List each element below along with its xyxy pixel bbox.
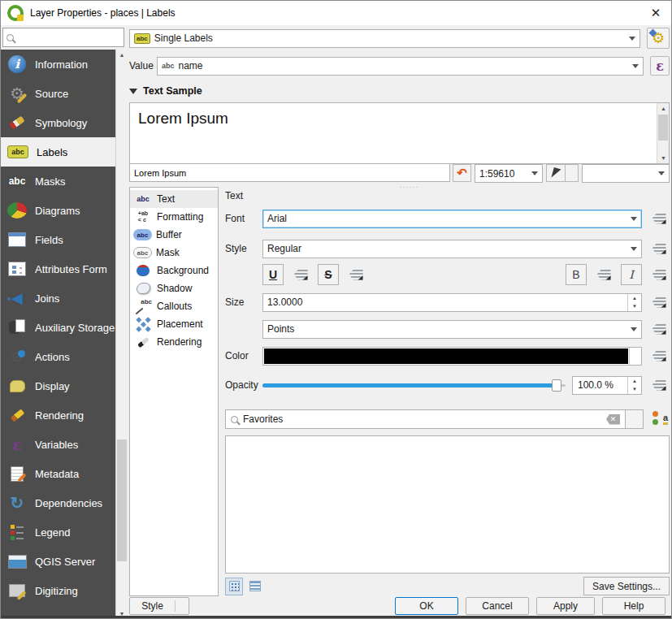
sidebar-item-diagrams[interactable]: Diagrams bbox=[1, 196, 115, 225]
sidebar-item-information[interactable]: Information bbox=[1, 50, 115, 79]
clear-filter-icon[interactable]: ✕ bbox=[606, 414, 620, 425]
ok-button[interactable]: OK bbox=[395, 597, 458, 615]
sidebar-search[interactable] bbox=[2, 28, 124, 47]
underline-data-defined-button[interactable] bbox=[290, 265, 311, 284]
tab-mask[interactable]: Mask bbox=[130, 244, 218, 262]
italic-data-defined-button[interactable] bbox=[648, 265, 670, 284]
title-bar: Layer Properties - places | Labels ✕ bbox=[1, 1, 672, 25]
sidebar-item-qgis-server[interactable]: QGIS Server bbox=[1, 547, 115, 576]
style-menu-button[interactable]: Style bbox=[129, 597, 189, 615]
size-units-combo[interactable]: Points bbox=[262, 320, 642, 339]
tab-background[interactable]: Background bbox=[130, 262, 218, 279]
scroll-up-icon[interactable]: ▲ bbox=[657, 103, 670, 114]
spin-up-icon[interactable]: ▲ bbox=[628, 377, 641, 386]
strikeout-data-defined-button[interactable] bbox=[345, 265, 366, 284]
style-data-defined-button[interactable] bbox=[648, 239, 670, 258]
scroll-down-icon[interactable]: ▼ bbox=[657, 153, 670, 163]
sidebar-item-actions[interactable]: Actions bbox=[1, 342, 115, 371]
sidebar-item-fields[interactable]: Fields bbox=[1, 225, 115, 254]
text-sample-collapser[interactable]: Text Sample bbox=[129, 84, 670, 98]
automated-placement-settings-button[interactable]: ⚙ bbox=[647, 28, 670, 49]
sidebar-item-variables[interactable]: Variables bbox=[1, 430, 115, 459]
icon-view-button[interactable] bbox=[225, 578, 243, 595]
font-data-defined-button[interactable] bbox=[648, 209, 670, 228]
sidebar-item-auxiliary-storage[interactable]: Auxiliary Storage bbox=[1, 313, 115, 342]
tab-formatting[interactable]: Formatting bbox=[130, 208, 218, 226]
sample-scrollbar[interactable]: ▲ ▼ bbox=[657, 103, 669, 163]
bold-data-defined-button[interactable] bbox=[593, 265, 614, 284]
preview-background-combo[interactable] bbox=[582, 164, 670, 183]
spin-down-icon[interactable]: ▼ bbox=[628, 385, 641, 394]
style-combo[interactable]: Regular bbox=[262, 240, 642, 258]
map-settings-dropdown[interactable] bbox=[566, 164, 579, 182]
labeling-mode-combo[interactable]: abc Single Labels bbox=[129, 29, 640, 48]
dialog-footer: Style OK Cancel Apply Help bbox=[1, 596, 672, 615]
label-settings-panel: ······ Text Formatting Buffer Mask Backg… bbox=[129, 187, 670, 596]
save-settings-button[interactable]: Save Settings... bbox=[583, 577, 670, 595]
sidebar-item-display[interactable]: Display bbox=[1, 371, 115, 400]
source-icon bbox=[7, 84, 27, 103]
size-spinbox[interactable]: 13.0000 ▲▼ bbox=[262, 293, 642, 312]
splitter-handle[interactable]: ······ bbox=[400, 183, 419, 191]
style-filter-dropdown[interactable] bbox=[626, 409, 644, 429]
sidebar-scrollbar[interactable]: ▲ ▼ bbox=[115, 50, 127, 619]
opacity-data-defined-button[interactable] bbox=[648, 375, 670, 395]
map-settings-button[interactable] bbox=[546, 164, 566, 182]
sample-text-input[interactable] bbox=[129, 164, 450, 182]
sidebar-item-legend[interactable]: Legend bbox=[1, 517, 115, 547]
preview-scale-combo[interactable]: 1:59610 bbox=[475, 164, 543, 183]
color-button[interactable] bbox=[262, 347, 642, 366]
sidebar-search-input[interactable] bbox=[18, 32, 120, 43]
size-data-defined-button[interactable] bbox=[648, 292, 670, 312]
opacity-spin-buttons[interactable]: ▲▼ bbox=[627, 377, 641, 394]
bold-button[interactable]: B bbox=[566, 264, 587, 285]
qgis-server-icon bbox=[7, 552, 27, 571]
list-view-button[interactable] bbox=[246, 578, 264, 595]
tab-shadow[interactable]: Shadow bbox=[130, 279, 218, 297]
spin-down-icon[interactable]: ▼ bbox=[628, 302, 641, 311]
units-data-defined-button[interactable] bbox=[648, 319, 670, 339]
value-expression-combo[interactable]: abc name bbox=[157, 57, 644, 76]
scrollbar-thumb[interactable] bbox=[117, 439, 127, 561]
tab-placement[interactable]: Placement bbox=[130, 315, 218, 333]
style-manager-icon[interactable] bbox=[650, 410, 670, 428]
sidebar-item-symbology[interactable]: Symbology bbox=[1, 108, 115, 137]
sample-preview-text: Lorem Ipsum bbox=[130, 103, 669, 134]
strikeout-label: S bbox=[324, 268, 332, 281]
opacity-slider[interactable] bbox=[262, 377, 566, 393]
color-data-defined-button[interactable] bbox=[648, 346, 670, 366]
tab-rendering[interactable]: Rendering bbox=[130, 333, 218, 351]
opacity-slider-fill bbox=[262, 383, 557, 387]
help-label: Help bbox=[624, 600, 644, 612]
italic-button[interactable]: I bbox=[621, 264, 642, 285]
cancel-button[interactable]: Cancel bbox=[466, 597, 529, 615]
tab-callouts[interactable]: Callouts bbox=[130, 297, 218, 315]
reset-sample-button[interactable]: ↶ bbox=[453, 164, 471, 182]
close-icon[interactable]: ✕ bbox=[645, 6, 666, 20]
size-spin-buttons[interactable]: ▲▼ bbox=[627, 294, 641, 311]
sidebar-item-source[interactable]: Source bbox=[1, 79, 115, 108]
sidebar-item-joins[interactable]: Joins bbox=[1, 284, 115, 313]
underline-button[interactable]: U bbox=[262, 264, 284, 285]
opacity-spinbox[interactable]: 100.0 % ▲▼ bbox=[572, 376, 642, 395]
sidebar-item-rendering[interactable]: Rendering bbox=[1, 400, 115, 430]
style-filter-input[interactable]: Favorites ✕ bbox=[225, 409, 626, 429]
sidebar-item-labels[interactable]: Labels bbox=[1, 137, 115, 167]
slider-handle[interactable] bbox=[552, 379, 561, 392]
spin-up-icon[interactable]: ▲ bbox=[628, 294, 641, 303]
tab-buffer[interactable]: Buffer bbox=[130, 226, 218, 244]
scroll-up-icon[interactable]: ▲ bbox=[116, 50, 128, 61]
sidebar-item-masks[interactable]: Masks bbox=[1, 167, 115, 196]
sidebar-item-attributes-form[interactable]: Attributes Form bbox=[1, 254, 115, 284]
sidebar-item-metadata[interactable]: Metadata bbox=[1, 459, 115, 488]
text-format-presets-list[interactable] bbox=[225, 435, 670, 574]
tab-text[interactable]: Text bbox=[130, 190, 218, 208]
expression-builder-button[interactable]: ε bbox=[650, 56, 670, 76]
font-combo[interactable]: Arial bbox=[262, 210, 642, 228]
scrollbar-thumb[interactable] bbox=[658, 115, 668, 141]
strikeout-button[interactable]: S bbox=[318, 264, 339, 285]
sidebar-item-dependencies[interactable]: Dependencies bbox=[1, 488, 115, 517]
color-dropdown[interactable] bbox=[629, 348, 641, 365]
help-button[interactable]: Help bbox=[602, 597, 665, 615]
apply-button[interactable]: Apply bbox=[536, 597, 595, 615]
